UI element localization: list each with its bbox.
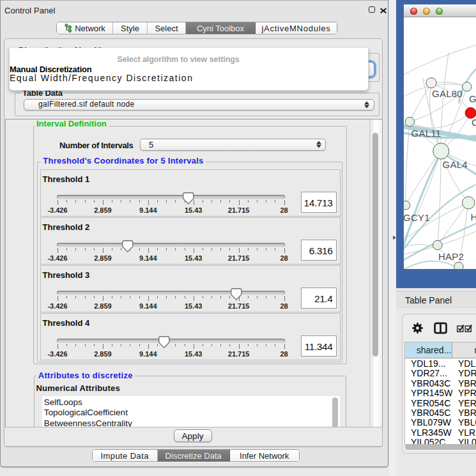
svg-text:GAL11: GAL11 <box>411 128 441 139</box>
svg-text:GA: GA <box>469 93 476 104</box>
svg-text:C: C <box>472 117 476 128</box>
svg-text:HAP2: HAP2 <box>438 251 464 262</box>
svg-text:GCY1: GCY1 <box>404 212 430 223</box>
svg-text:GAL80: GAL80 <box>432 88 463 99</box>
svg-text:GAL4: GAL4 <box>443 159 468 170</box>
svg-text:H: H <box>471 211 476 222</box>
